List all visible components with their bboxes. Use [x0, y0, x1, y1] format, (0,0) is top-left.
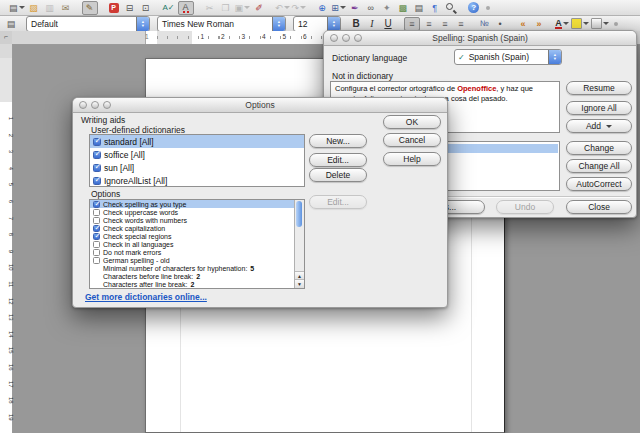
decrease-indent-icon[interactable]: « — [516, 18, 530, 30]
new-button[interactable]: New... — [309, 134, 367, 148]
checkbox-icon[interactable] — [93, 209, 100, 216]
show-draw-functions-icon[interactable]: ✒ — [348, 2, 362, 14]
checkbox-icon[interactable] — [93, 257, 100, 264]
resume-button[interactable]: Resume — [566, 81, 632, 95]
data-sources-icon[interactable]: ▤ — [412, 2, 426, 14]
find-replace-icon[interactable]: ∞ — [364, 2, 378, 14]
save-document-icon[interactable]: ▥ — [43, 2, 57, 14]
dictionary-row[interactable]: standard [All] — [90, 135, 304, 148]
checkbox-icon[interactable] — [93, 217, 100, 224]
navigator-icon[interactable]: ✦ — [380, 2, 394, 14]
toolbar-overflow-handle[interactable] — [486, 6, 490, 10]
paste-icon[interactable]: ▣ — [235, 2, 251, 14]
align-left-button[interactable]: ≡ — [404, 17, 420, 31]
option-row[interactable]: Check capitalization — [90, 224, 304, 232]
highlighting-icon[interactable] — [571, 18, 589, 30]
option-row[interactable]: Check special regions — [90, 232, 304, 240]
align-right-button[interactable]: ≡ — [438, 18, 452, 30]
option-row[interactable]: Characters after line break: 2 — [90, 281, 304, 289]
redo-icon[interactable]: ↷ — [292, 2, 307, 14]
zoom-icon[interactable] — [444, 2, 458, 14]
edit-file-icon[interactable]: ✎ — [82, 1, 98, 15]
checkbox-icon[interactable] — [93, 241, 100, 248]
font-name-select[interactable]: Times New Roman ▴▾ — [157, 16, 286, 32]
open-folder-icon[interactable]: ▨ — [27, 2, 41, 14]
toolbar-overflow-handle[interactable] — [614, 22, 618, 26]
font-color-icon[interactable]: A — [555, 18, 569, 30]
italic-button[interactable]: I — [365, 18, 379, 30]
dictionary-row[interactable]: sun [All] — [90, 161, 304, 174]
option-row[interactable]: Do not mark errors — [90, 249, 304, 257]
cut-icon[interactable]: ✂ — [203, 2, 217, 14]
export-pdf-icon[interactable]: P — [107, 2, 121, 14]
gallery-icon[interactable]: ▩ — [396, 2, 410, 14]
bullet-list-icon[interactable]: • — [493, 18, 507, 30]
align-justify-button[interactable]: ≡ — [454, 18, 468, 30]
spelling-dialog-titlebar[interactable]: Spelling: Spanish (Spain) — [324, 31, 636, 46]
scrollbar[interactable]: ▲ ▼ — [294, 200, 304, 288]
increase-indent-icon[interactable]: » — [532, 18, 546, 30]
document-as-email-icon[interactable]: ✉ — [59, 2, 73, 14]
checkbox-icon[interactable] — [93, 249, 100, 256]
cancel-button[interactable]: Cancel — [383, 133, 441, 147]
stepper-icon[interactable]: ▴▾ — [548, 50, 561, 64]
edit-button[interactable]: Edit... — [309, 153, 367, 167]
autocorrect-button[interactable]: AutoCorrect — [566, 177, 632, 191]
change-all-button[interactable]: Change All — [566, 159, 632, 173]
ok-button[interactable]: OK — [383, 115, 441, 129]
option-row[interactable]: Check in all languages — [90, 240, 304, 248]
checkbox-icon[interactable] — [93, 151, 101, 159]
vertical-ruler[interactable]: 12345678910111213141516171819 — [0, 44, 13, 433]
scroll-down-icon[interactable]: ▼ — [295, 279, 304, 288]
checkbox-icon[interactable] — [93, 138, 101, 146]
option-row[interactable]: Check words with numbers — [90, 216, 304, 224]
option-row[interactable]: Characters before line break: 2 — [90, 273, 304, 281]
paragraph-style-select[interactable]: Default ▴▾ — [26, 16, 150, 32]
background-color-icon[interactable] — [591, 18, 609, 30]
page-preview-icon[interactable]: ⊡ — [139, 2, 153, 14]
nonprinting-characters-icon[interactable]: ¶ — [428, 2, 442, 14]
dictionary-row[interactable]: soffice [All] — [90, 148, 304, 161]
help-button[interactable]: Help — [383, 152, 441, 166]
option-row[interactable]: Minimal number of characters for hyphena… — [90, 265, 304, 273]
format-paintbrush-icon[interactable]: ✐ — [252, 2, 266, 14]
insert-table-icon[interactable]: ⊞ — [331, 2, 346, 14]
hyperlink-icon[interactable]: ⊕ — [315, 2, 329, 14]
stepper-icon[interactable]: ▴▾ — [136, 17, 149, 31]
underline-button[interactable]: U — [381, 18, 395, 30]
undo-button[interactable]: Undo — [496, 200, 554, 214]
options-list[interactable]: Check spelling as you type Check upperca… — [89, 199, 305, 289]
bold-button[interactable]: B — [349, 18, 363, 30]
help-icon[interactable]: ? — [467, 2, 481, 14]
styles-panel-icon[interactable]: ▤ — [4, 18, 18, 30]
dictionary-row[interactable]: IgnoreAllList [All] — [90, 174, 304, 187]
change-button[interactable]: Change — [566, 141, 632, 155]
print-icon[interactable]: ⊟ — [123, 2, 137, 14]
option-row[interactable]: German spelling - old — [90, 257, 304, 265]
checkbox-icon[interactable] — [93, 177, 101, 185]
user-dictionaries-list[interactable]: standard [All] soffice [All] sun [All] I… — [89, 134, 305, 187]
stepper-icon[interactable]: ▴▾ — [327, 17, 340, 31]
ignore-all-button[interactable]: Ignore All — [566, 101, 632, 115]
checkbox-icon[interactable] — [93, 164, 101, 172]
delete-button[interactable]: Delete — [309, 168, 367, 182]
edit-option-button[interactable]: Edit... — [309, 195, 367, 209]
copy-icon[interactable]: ❐ — [219, 2, 233, 14]
option-row[interactable]: Check spelling as you type — [90, 200, 304, 208]
checkbox-icon[interactable] — [93, 201, 100, 208]
checkbox-icon[interactable] — [93, 225, 100, 232]
undo-icon[interactable]: ↶ — [275, 2, 290, 14]
checkbox-icon[interactable] — [93, 233, 100, 240]
close-button[interactable]: Close — [566, 200, 632, 214]
stepper-icon[interactable]: ▴▾ — [272, 17, 285, 31]
scrollbar-thumb[interactable] — [296, 201, 302, 227]
numbered-list-icon[interactable]: № — [477, 18, 491, 30]
dictionary-language-select[interactable]: ✓ Spanish (Spain) ▴▾ — [454, 49, 562, 65]
options-dialog-titlebar[interactable]: Options — [73, 98, 447, 113]
align-center-button[interactable]: ≡ — [422, 18, 436, 30]
option-row[interactable]: Check uppercase words — [90, 208, 304, 216]
get-more-dictionaries-link[interactable]: Get more dictionaries online... — [85, 292, 207, 302]
add-button[interactable]: Add — [566, 119, 632, 133]
autospellcheck-icon[interactable]: A — [178, 1, 194, 15]
spellcheck-icon[interactable]: A✓ — [162, 2, 176, 14]
